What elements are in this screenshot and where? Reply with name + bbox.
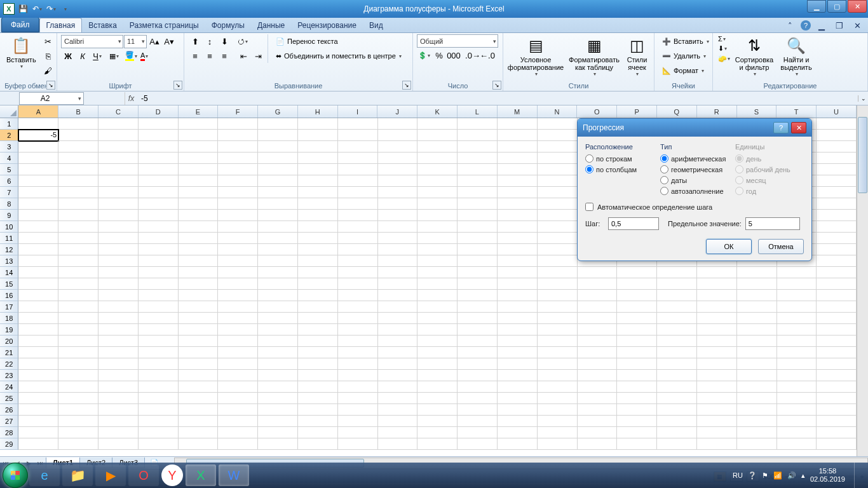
cell[interactable] xyxy=(817,358,857,370)
cell[interactable]: -5 xyxy=(18,130,58,141)
cell[interactable] xyxy=(697,278,737,290)
cell[interactable] xyxy=(777,358,817,370)
cell[interactable] xyxy=(98,267,139,278)
cell[interactable] xyxy=(98,210,139,221)
cell[interactable] xyxy=(139,267,179,278)
cell[interactable] xyxy=(58,175,98,187)
radio-geometric[interactable]: геометрическая xyxy=(660,164,729,175)
row-header[interactable]: 4 xyxy=(0,152,18,164)
cell[interactable] xyxy=(218,358,258,370)
cell[interactable] xyxy=(338,198,378,210)
tab-review[interactable]: Рецензирование xyxy=(291,18,363,32)
start-button[interactable] xyxy=(3,463,28,488)
cell[interactable] xyxy=(218,416,258,427)
cell[interactable] xyxy=(538,301,578,313)
cell[interactable] xyxy=(777,290,817,301)
cell[interactable] xyxy=(58,313,98,324)
cell[interactable] xyxy=(338,427,378,438)
row-header[interactable]: 29 xyxy=(0,438,18,450)
cell[interactable] xyxy=(378,175,418,187)
cell[interactable] xyxy=(98,336,139,347)
cell[interactable] xyxy=(218,130,258,141)
shrink-font-icon[interactable]: A▾ xyxy=(162,34,176,48)
cell[interactable] xyxy=(258,358,298,370)
cell[interactable] xyxy=(498,324,538,336)
fx-icon[interactable]: fx xyxy=(125,92,137,105)
cell[interactable] xyxy=(338,290,378,301)
cell[interactable] xyxy=(18,187,58,198)
cell[interactable] xyxy=(18,164,58,175)
cell[interactable] xyxy=(58,233,98,244)
cell[interactable] xyxy=(58,393,98,404)
row-header[interactable]: 18 xyxy=(0,313,18,324)
cell[interactable] xyxy=(657,347,697,358)
cell[interactable] xyxy=(98,130,139,141)
cell[interactable] xyxy=(258,255,298,267)
align-right-icon[interactable]: ≡ xyxy=(217,49,231,63)
row-header[interactable]: 28 xyxy=(0,427,18,438)
align-middle-icon[interactable]: ↕ xyxy=(203,34,217,48)
cell[interactable] xyxy=(18,198,58,210)
cell[interactable] xyxy=(378,267,418,278)
cell[interactable] xyxy=(98,152,139,164)
cell[interactable] xyxy=(697,438,737,450)
cell[interactable] xyxy=(139,152,179,164)
merge-center-button[interactable]: ⬌Объединить и поместить в центре▾ xyxy=(272,49,405,63)
cell[interactable] xyxy=(417,221,458,233)
cell[interactable] xyxy=(617,438,657,450)
tray-volume-icon[interactable]: 🔊 xyxy=(787,471,796,480)
cell[interactable] xyxy=(578,358,618,370)
cell[interactable] xyxy=(417,210,458,221)
row-header[interactable]: 11 xyxy=(0,233,18,244)
cell[interactable] xyxy=(298,370,338,381)
cell[interactable] xyxy=(258,313,298,324)
cell[interactable] xyxy=(18,152,58,164)
row-header[interactable]: 12 xyxy=(0,244,18,255)
cell[interactable] xyxy=(458,278,498,290)
cell[interactable] xyxy=(258,381,298,393)
cell[interactable] xyxy=(538,198,578,210)
cell[interactable] xyxy=(139,187,179,198)
formula-expand-icon[interactable]: ⌄ xyxy=(858,95,868,102)
cell[interactable] xyxy=(378,358,418,370)
cell[interactable] xyxy=(378,347,418,358)
cell[interactable] xyxy=(258,118,298,130)
cell[interactable] xyxy=(817,244,857,255)
cell[interactable] xyxy=(737,278,777,290)
cell[interactable] xyxy=(417,404,458,416)
cell[interactable] xyxy=(179,244,219,255)
close-button[interactable]: ✕ xyxy=(848,0,867,13)
orientation-icon[interactable]: ⭯▾ xyxy=(236,37,249,46)
cell[interactable] xyxy=(378,370,418,381)
cell[interactable] xyxy=(817,290,857,301)
qat-customize-icon[interactable]: ▾ xyxy=(58,3,71,15)
cell[interactable] xyxy=(338,336,378,347)
cell[interactable] xyxy=(417,233,458,244)
workbook-close-icon[interactable]: ✕ xyxy=(850,18,864,32)
cell[interactable] xyxy=(538,393,578,404)
cell[interactable] xyxy=(98,427,139,438)
clock[interactable]: 15:58 02.05.2019 xyxy=(810,467,845,484)
cell[interactable] xyxy=(737,267,777,278)
row-header[interactable]: 13 xyxy=(0,255,18,267)
cell[interactable] xyxy=(179,187,219,198)
row-header[interactable]: 15 xyxy=(0,278,18,290)
wrap-text-button[interactable]: 📄Перенос текста xyxy=(272,34,405,48)
cell[interactable] xyxy=(18,221,58,233)
cell[interactable] xyxy=(298,130,338,141)
cell[interactable] xyxy=(538,244,578,255)
help-icon[interactable]: ? xyxy=(801,20,811,30)
cell[interactable] xyxy=(578,404,618,416)
cell[interactable] xyxy=(378,141,418,152)
cell[interactable] xyxy=(817,221,857,233)
cell[interactable] xyxy=(617,313,657,324)
cell[interactable] xyxy=(417,187,458,198)
row-header[interactable]: 1 xyxy=(0,118,18,130)
cell[interactable] xyxy=(378,313,418,324)
cell[interactable] xyxy=(458,255,498,267)
task-item-explorer[interactable]: 📁 xyxy=(62,464,93,486)
cell[interactable] xyxy=(737,427,777,438)
cell[interactable] xyxy=(98,278,139,290)
column-header[interactable]: H xyxy=(298,105,338,118)
cell[interactable] xyxy=(258,210,298,221)
